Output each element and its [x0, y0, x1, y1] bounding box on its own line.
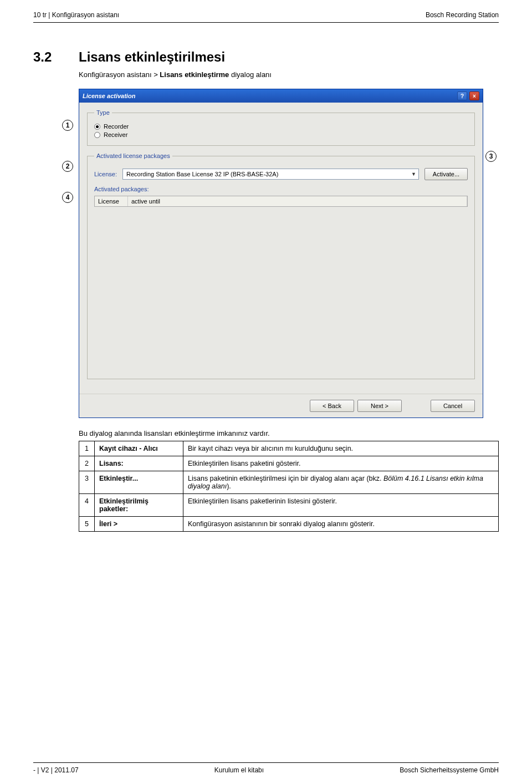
activated-packages-label: Activated packages: — [94, 186, 468, 192]
next-button[interactable]: Next > — [357, 400, 402, 412]
type-legend: Type — [94, 109, 112, 116]
license-activation-dialog: License activation ? × Type Recorder — [79, 89, 483, 418]
intro-text: Bu diyalog alanında lisansları etkinleşt… — [79, 429, 499, 437]
license-select-value: Recording Station Base License 32 IP (BR… — [126, 171, 278, 177]
activated-legend: Activated license packages — [94, 152, 172, 159]
page-footer: - | V2 | 2011.07 Kurulum el kitabı Bosch… — [33, 762, 499, 774]
section-title: Lisans etkinleştirilmesi — [79, 49, 499, 65]
table-row: 5 İleri > Konfigürasyon asistanının bir … — [79, 517, 499, 532]
dialog-screenshot: 1 2 3 4 5 License activation ? × — [79, 89, 499, 418]
license-select[interactable]: Recording Station Base License 32 IP (BR… — [122, 169, 419, 180]
back-button[interactable]: < Back — [310, 400, 354, 412]
license-label: License: — [94, 171, 117, 177]
recorder-radio[interactable]: Recorder — [94, 123, 468, 130]
callout-1: 1 — [62, 120, 73, 131]
chevron-down-icon: ▼ — [411, 171, 416, 177]
receiver-radio[interactable]: Receiver — [94, 131, 468, 138]
page-header: 10 tr | Konfigürasyon asistanı Bosch Rec… — [33, 0, 499, 23]
table-row: 4 Etkinleştirilmiş paketler: Etkinleştir… — [79, 494, 499, 517]
callout-2: 2 — [62, 161, 73, 172]
header-left: 10 tr | Konfigürasyon asistanı — [33, 11, 119, 19]
footer-left: - | V2 | 2011.07 — [33, 766, 79, 774]
activated-packages-group: Activated license packages License: Reco… — [87, 152, 475, 379]
footer-right: Bosch Sicherheitssysteme GmbH — [400, 766, 499, 774]
callout-3: 3 — [485, 151, 497, 162]
radio-icon — [94, 124, 100, 130]
close-icon[interactable]: × — [469, 91, 479, 100]
header-right: Bosch Recording Station — [426, 11, 499, 19]
col-license-header: License — [95, 196, 128, 206]
activated-packages-list: License active until — [94, 196, 468, 207]
callout-4: 4 — [62, 192, 73, 203]
help-icon[interactable]: ? — [457, 91, 467, 100]
table-row: 3 Etkinleştir... Lisans paketinin etkinl… — [79, 471, 499, 494]
col-active-header: active until — [128, 196, 467, 206]
section-number: 3.2 — [33, 49, 64, 532]
cancel-button[interactable]: Cancel — [431, 400, 475, 412]
activate-button[interactable]: Activate... — [424, 168, 468, 180]
table-row: 2 Lisans: Etkinleştirilen lisans paketin… — [79, 456, 499, 471]
definition-table: 1 Kayıt cihazı - Alıcı Bir kayıt cihazı … — [79, 441, 499, 532]
dialog-titlebar: License activation ? × — [79, 89, 483, 103]
section-path: Konfigürasyon asistanı > Lisans etkinleş… — [79, 70, 499, 79]
table-row: 1 Kayıt cihazı - Alıcı Bir kayıt cihazı … — [79, 441, 499, 456]
type-group: Type Recorder Receiver — [87, 109, 475, 146]
dialog-title: License activation — [83, 93, 135, 99]
radio-icon — [94, 132, 100, 138]
footer-center: Kurulum el kitabı — [214, 766, 264, 774]
